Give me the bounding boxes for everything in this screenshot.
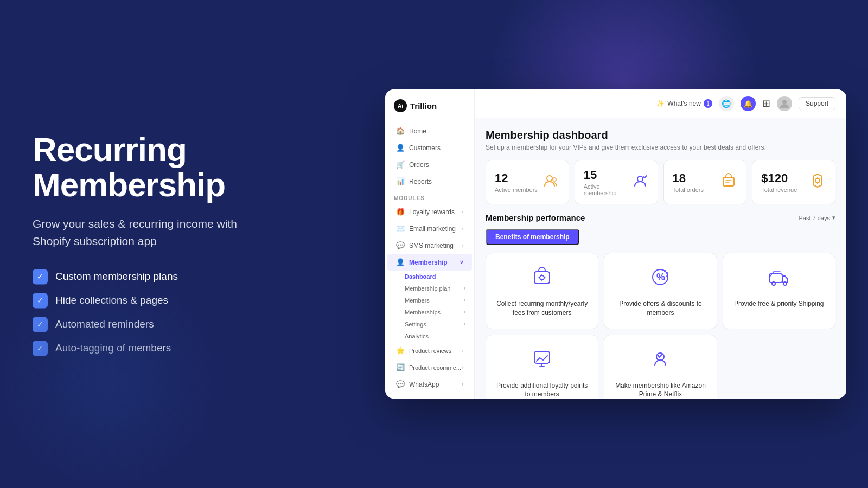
- dashboard-subtitle: Set up a membership for your VIPs and gi…: [486, 144, 835, 151]
- svg-text:%: %: [656, 272, 665, 282]
- prime-icon: [647, 346, 673, 376]
- svg-point-2: [553, 178, 556, 181]
- feature-item-4: ✓ Auto-tagging of members: [33, 341, 271, 356]
- dashboard-title: Membership dashboard: [486, 129, 835, 142]
- svg-point-7: [540, 275, 544, 280]
- submenu-dashboard[interactable]: Dashboard: [400, 271, 474, 282]
- svg-point-11: [772, 282, 775, 285]
- reports-icon: 📊: [396, 177, 405, 185]
- active-membership-icon: [631, 172, 649, 193]
- recommend-icon: 🔄: [396, 363, 405, 371]
- stats-row: 12 Active members 15: [486, 160, 835, 204]
- benefit-card-discount[interactable]: % Provide offers & discounts to members: [604, 253, 717, 329]
- svg-point-5: [815, 178, 820, 183]
- stat-card-active-members: 12 Active members: [486, 160, 569, 204]
- benefit-card-loyalty[interactable]: Provide additional loyalty points to mem…: [486, 335, 598, 399]
- active-members-label: Active members: [495, 187, 538, 193]
- dashboard-body: Membership dashboard Set up a membership…: [475, 118, 846, 399]
- submenu-membership-plan[interactable]: Membership plan ›: [400, 282, 474, 294]
- loyalty-icon: 🎁: [396, 208, 405, 216]
- sparkle-icon: ✨: [656, 100, 665, 107]
- reviews-expand-icon: ›: [462, 348, 463, 354]
- svg-rect-4: [723, 177, 734, 186]
- benefit-card-shipping[interactable]: Provide free & priority Shipping: [723, 253, 835, 329]
- tab-benefits[interactable]: Benefits of membership: [486, 229, 579, 245]
- total-orders-icon: [720, 172, 737, 193]
- submenu-members[interactable]: Members ›: [400, 294, 474, 306]
- sidebar-item-whatsapp[interactable]: 💬 WhatsApp ›: [387, 376, 472, 393]
- performance-section: Membership performance Past 7 days ▾ Ben…: [486, 213, 835, 399]
- period-selector[interactable]: Past 7 days ▾: [799, 214, 835, 221]
- stat-card-total-orders: 18 Total orders: [663, 160, 747, 204]
- app-window: Ai Trillion 🏠 Home 👤 Customers 🛒 Orders …: [385, 89, 846, 399]
- support-button[interactable]: Support: [799, 97, 835, 110]
- total-orders-number: 18: [673, 171, 704, 185]
- orders-icon: 🛒: [396, 160, 405, 169]
- translate-icon-button[interactable]: 🌐: [719, 96, 734, 111]
- apps-grid-icon[interactable]: ⊞: [762, 98, 770, 110]
- home-icon: 🏠: [396, 127, 405, 135]
- sms-icon: 💬: [396, 241, 405, 249]
- feature-item-3: ✓ Automated reminders: [33, 317, 271, 332]
- bell-icon-button[interactable]: 🔔: [741, 96, 756, 111]
- sidebar-item-orders[interactable]: 🛒 Orders: [387, 156, 472, 173]
- performance-title: Membership performance: [486, 213, 585, 222]
- total-revenue-number: $120: [761, 171, 797, 185]
- user-avatar[interactable]: [777, 96, 792, 111]
- sidebar-item-email[interactable]: ✉️ Email marketing ›: [387, 220, 472, 237]
- email-expand-icon: ›: [462, 226, 463, 232]
- submenu-analytics[interactable]: Analytics: [400, 330, 474, 342]
- topbar: ✨ What's new 1 🌐 🔔 ⊞ Support: [475, 89, 846, 118]
- sidebar-item-reports[interactable]: 📊 Reports: [387, 173, 472, 190]
- benefit-card-prime[interactable]: Make membership like Amazon Prime & Netf…: [604, 335, 717, 399]
- benefit-text-loyalty: Provide additional loyalty points to mem…: [495, 381, 589, 399]
- submenu-settings[interactable]: Settings ›: [400, 318, 474, 330]
- stat-card-active-membership: 15 Active membership: [575, 160, 658, 204]
- svg-rect-6: [534, 272, 550, 284]
- active-members-number: 12: [495, 171, 538, 185]
- benefit-text-collect: Collect recurring monthly/yearly fees fr…: [495, 299, 589, 318]
- sidebar-item-customers[interactable]: 👤 Customers: [387, 139, 472, 156]
- benefit-text-discount: Provide offers & discounts to members: [613, 299, 707, 318]
- active-membership-label: Active membership: [584, 183, 631, 196]
- logo-text: Trillion: [410, 101, 437, 111]
- feature-list: ✓ Custom membership plans ✓ Hide collect…: [33, 269, 271, 356]
- submenu: Dashboard Membership plan › Members › Me…: [385, 271, 474, 342]
- sidebar-logo[interactable]: Ai Trillion: [385, 89, 474, 119]
- active-members-icon: [542, 172, 560, 193]
- submenu-memberships[interactable]: Memberships ›: [400, 306, 474, 318]
- sidebar-item-loyalty[interactable]: 🎁 Loyalty rewards ›: [387, 203, 472, 220]
- email-icon: ✉️: [396, 224, 405, 233]
- sidebar-item-home[interactable]: 🏠 Home: [387, 123, 472, 139]
- check-icon-1: ✓: [33, 269, 48, 285]
- sidebar-item-reviews[interactable]: ⭐ Product reviews ›: [387, 342, 472, 359]
- loyalty-points-icon: [529, 346, 555, 376]
- check-icon-4: ✓: [33, 341, 48, 356]
- check-icon-2: ✓: [33, 293, 48, 309]
- benefit-card-collect[interactable]: Collect recurring monthly/yearly fees fr…: [486, 253, 598, 329]
- membership-icon: 👤: [396, 258, 405, 266]
- benefit-text-prime: Make membership like Amazon Prime & Netf…: [613, 381, 707, 399]
- loyalty-expand-icon: ›: [462, 209, 463, 215]
- sidebar-item-recommend[interactable]: 🔄 Product recomme... ›: [387, 359, 472, 376]
- tab-bar: Benefits of membership: [486, 229, 835, 245]
- check-icon-3: ✓: [33, 317, 48, 332]
- whatsapp-expand-icon: ›: [462, 381, 463, 387]
- sidebar-item-membership[interactable]: 👤 Membership ∨: [387, 254, 472, 271]
- sidebar-item-sms[interactable]: 💬 SMS marketing ›: [387, 237, 472, 254]
- stat-card-total-revenue: $120 Total revenue: [752, 160, 835, 204]
- total-revenue-icon: [809, 172, 826, 193]
- collect-icon: [529, 264, 555, 294]
- feature-item-2: ✓ Hide collections & pages: [33, 293, 271, 309]
- discount-icon: %: [647, 264, 673, 294]
- sms-expand-icon: ›: [462, 242, 463, 248]
- customers-icon: 👤: [396, 144, 405, 152]
- reviews-icon: ⭐: [396, 346, 405, 355]
- total-revenue-label: Total revenue: [761, 187, 797, 193]
- svg-point-1: [547, 176, 552, 181]
- total-orders-label: Total orders: [673, 187, 704, 193]
- left-panel: Recurring Membership Grow your sales & r…: [33, 132, 271, 356]
- whats-new-button[interactable]: ✨ What's new 1: [656, 99, 712, 108]
- hero-title: Recurring Membership: [33, 132, 271, 202]
- period-chevron-icon: ▾: [832, 214, 835, 221]
